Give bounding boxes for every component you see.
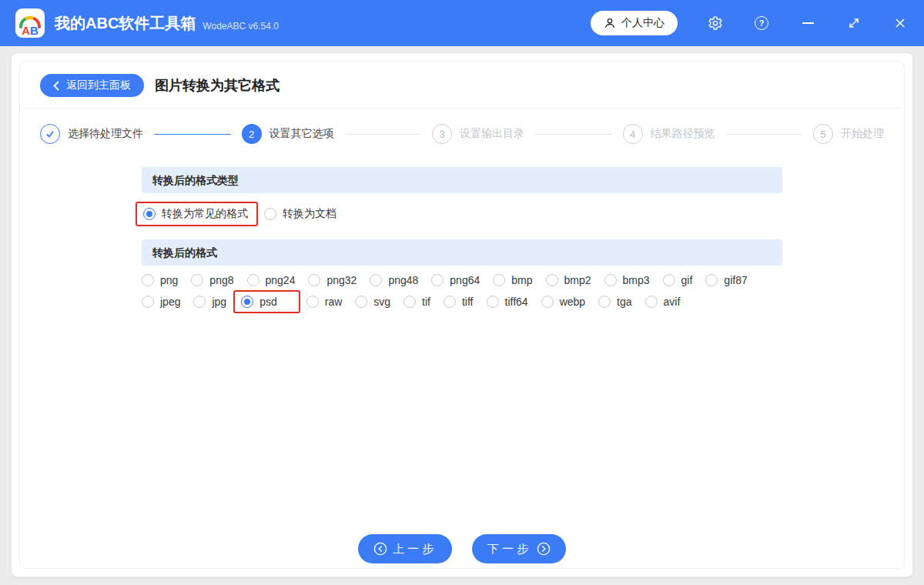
- minimize-icon: [802, 22, 814, 24]
- red-highlight-box: 转换为常见的格式: [136, 202, 258, 226]
- format-options-row-1: png png8 png24 png32 png48 png64 bmp bmp…: [142, 274, 782, 286]
- logo-letters: AB: [15, 25, 45, 36]
- radio-icon: [306, 296, 319, 308]
- option-label: 转换为文档: [283, 207, 336, 221]
- step-number: 5: [813, 124, 833, 144]
- format-options-row-2: jpeg jpg psd raw svg tif tiff tiff64 web…: [142, 296, 782, 308]
- content-panel: 返回到主面板 图片转换为其它格式 选择待处理文件 2 设置其它选项 3: [19, 61, 905, 569]
- radio-icon: [264, 208, 276, 220]
- stepper: 选择待处理文件 2 设置其它选项 3 设置输出目录 4 结果路径预览 5 开始处…: [20, 109, 904, 161]
- title-bar: AB 我的ABC软件工具箱 WodeABC v6.54.0 个人中心 ?: [0, 0, 924, 46]
- app-title: 我的ABC软件工具箱: [55, 13, 196, 34]
- settings-button[interactable]: [707, 15, 724, 32]
- format-option-psd[interactable]: psd: [241, 296, 277, 308]
- format-option-avif[interactable]: avif: [645, 296, 681, 308]
- page-title: 图片转换为其它格式: [155, 76, 280, 95]
- format-option-gif87[interactable]: gif87: [705, 274, 747, 286]
- format-option-bmp2[interactable]: bmp2: [546, 274, 591, 286]
- step-number: 4: [623, 124, 643, 144]
- radio-icon: [431, 274, 444, 286]
- option-label: 转换为常见的格式: [162, 207, 248, 221]
- format-option-jpeg[interactable]: jpeg: [142, 296, 180, 308]
- format-option-raw[interactable]: raw: [306, 296, 343, 308]
- footer-nav: 上一步 下一步: [20, 534, 904, 568]
- step-5-start: 5 开始处理: [813, 124, 884, 144]
- format-option-tga[interactable]: tga: [598, 296, 631, 308]
- radio-icon: [355, 296, 367, 308]
- main-panel: 返回到主面板 图片转换为其它格式 选择待处理文件 2 设置其它选项 3: [11, 52, 913, 577]
- circle-chevron-right-icon: [537, 542, 551, 556]
- format-option-bmp[interactable]: bmp: [493, 274, 532, 286]
- radio-icon: [308, 274, 320, 286]
- user-center-label: 个人中心: [621, 16, 665, 30]
- next-step-button[interactable]: 下一步: [472, 534, 566, 563]
- option-label: avif: [664, 296, 681, 308]
- format-option-gif[interactable]: gif: [663, 274, 693, 286]
- format-option-webp[interactable]: webp: [541, 296, 585, 308]
- step-label: 开始处理: [841, 127, 884, 141]
- radio-icon: [247, 274, 259, 286]
- step-3-output-dir: 3 设置输出目录: [432, 124, 524, 144]
- step-connector: [345, 134, 422, 135]
- radio-icon: [598, 296, 611, 308]
- help-button[interactable]: ?: [753, 15, 770, 32]
- next-label: 下一步: [487, 542, 531, 557]
- option-label: raw: [325, 296, 343, 308]
- format-option-png[interactable]: png: [142, 274, 178, 286]
- option-label: bmp2: [564, 274, 591, 286]
- format-option-png64[interactable]: png64: [431, 274, 480, 286]
- step-label: 设置输出目录: [460, 127, 524, 141]
- format-option-tif[interactable]: tif: [403, 296, 430, 308]
- back-to-main-button[interactable]: 返回到主面板: [40, 74, 144, 97]
- check-icon: [40, 124, 60, 144]
- option-label: gif87: [724, 274, 747, 286]
- step-label: 设置其它选项: [270, 127, 334, 141]
- radio-icon: [493, 274, 505, 286]
- option-label: tiff: [462, 296, 474, 308]
- option-document-format[interactable]: 转换为文档: [264, 207, 336, 221]
- help-icon: ?: [755, 16, 768, 30]
- radio-icon: [487, 296, 499, 308]
- maximize-button[interactable]: [845, 15, 862, 32]
- format-option-png8[interactable]: png8: [191, 274, 233, 286]
- option-label: svg: [373, 296, 390, 308]
- expand-icon: [848, 17, 860, 29]
- prev-step-button[interactable]: 上一步: [358, 534, 452, 563]
- step-4-result-preview: 4 结果路径预览: [623, 124, 715, 144]
- format-option-jpg[interactable]: jpg: [193, 296, 226, 308]
- radio-icon: [403, 296, 416, 308]
- format-option-png24[interactable]: png24: [247, 274, 296, 286]
- minimize-button[interactable]: [799, 15, 816, 32]
- step-number: 3: [432, 124, 452, 144]
- prev-label: 上一步: [393, 542, 437, 557]
- radio-icon: [645, 296, 658, 308]
- radio-icon: [541, 296, 554, 308]
- option-label: bmp: [511, 274, 532, 286]
- format-option-png32[interactable]: png32: [308, 274, 357, 286]
- option-label: jpg: [212, 296, 226, 308]
- option-common-format[interactable]: 转换为常见的格式: [143, 207, 248, 221]
- radio-icon: [604, 274, 617, 286]
- step-1-select-files: 选择待处理文件: [40, 124, 143, 144]
- format-option-svg[interactable]: svg: [355, 296, 390, 308]
- page-header: 返回到主面板 图片转换为其它格式: [20, 62, 904, 109]
- option-label: png48: [388, 274, 418, 286]
- option-label: png: [160, 274, 178, 286]
- checkmark: [45, 129, 55, 139]
- app-version: WodeABC v6.54.0: [203, 21, 279, 32]
- app-logo-icon: AB: [15, 8, 45, 38]
- radio-selected-icon: [143, 208, 156, 220]
- format-option-bmp3[interactable]: bmp3: [604, 274, 650, 286]
- option-label: bmp3: [623, 274, 650, 286]
- option-label: gif: [681, 274, 693, 286]
- option-label: tga: [617, 296, 631, 308]
- format-option-tiff64[interactable]: tiff64: [487, 296, 528, 308]
- user-center-button[interactable]: 个人中心: [591, 11, 678, 35]
- option-label: tif: [422, 296, 430, 308]
- format-option-tiff[interactable]: tiff: [444, 296, 474, 308]
- radio-icon: [705, 274, 718, 286]
- close-button[interactable]: [892, 15, 909, 32]
- format-option-png48[interactable]: png48: [370, 274, 418, 286]
- radio-icon: [193, 296, 206, 308]
- step-2-set-options: 2 设置其它选项: [242, 124, 334, 144]
